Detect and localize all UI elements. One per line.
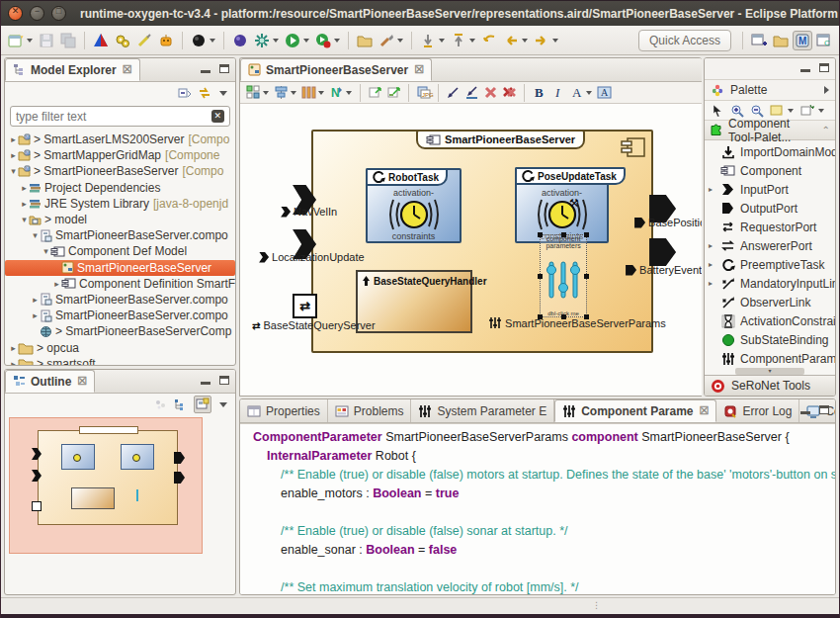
palette-item-substatebinding[interactable]: SubStateBinding	[705, 330, 835, 349]
palette-item-inputport[interactable]: ▸InputPort	[705, 180, 835, 199]
palette-item-activationconstraints[interactable]: ActivationConstraints	[705, 311, 835, 330]
distribute-icon[interactable]	[300, 84, 317, 101]
bottom-tab-problems[interactable]: Problems	[328, 399, 412, 422]
font-color-icon[interactable]: A	[568, 84, 585, 101]
outline-thumbnail[interactable]	[9, 417, 203, 554]
filter-input[interactable]	[16, 110, 211, 124]
view-menu-icon[interactable]	[217, 87, 229, 99]
italic-icon[interactable]: I	[549, 84, 566, 101]
bottom-minimize-icon[interactable]	[800, 411, 810, 414]
robot-tool-button[interactable]	[156, 31, 176, 50]
palette-pin-icon[interactable]: ⌃	[822, 125, 830, 135]
palette-collapse-icon[interactable]	[824, 86, 829, 94]
save-all-button[interactable]	[58, 31, 78, 50]
output-port-batteryevent[interactable]	[649, 238, 676, 266]
next-annotation-button[interactable]	[418, 31, 438, 50]
palette-scroll-indicator[interactable]: ▾	[705, 368, 835, 375]
export-image-icon[interactable]	[385, 84, 402, 101]
expand-arrow-icon[interactable]: ▸	[709, 279, 715, 288]
expand-arrow-icon[interactable]: ▾	[42, 246, 50, 256]
back-button[interactable]	[501, 31, 521, 50]
tree-item[interactable]: ▸> smartsoft	[5, 356, 235, 365]
outline-thumbnail-mode-icon[interactable]	[194, 396, 211, 413]
params-label[interactable]: SmartPioneerBaseServerParams	[489, 316, 666, 329]
build-gears-button[interactable]	[113, 31, 132, 50]
sash-grip[interactable]: ⋮	[592, 600, 602, 610]
naming-icon[interactable]: N	[328, 84, 345, 101]
palette-group-header[interactable]: Component Tool-Palet... ⌃	[705, 121, 835, 140]
maximize-window-button[interactable]: □	[51, 6, 66, 21]
tree-item[interactable]: ▸SmartPioneerBaseServer.compo	[5, 308, 235, 323]
code-generation-button[interactable]	[91, 31, 111, 50]
delete-all-icon[interactable]	[501, 84, 518, 101]
tree-item[interactable]: ▸SmartPioneerBaseServer.compo	[5, 292, 235, 308]
bottom-tab-component-parame[interactable]: Component Parame☒	[554, 399, 716, 422]
bottom-maximize-icon[interactable]	[819, 405, 829, 414]
bottom-tab-properties[interactable]: Properties	[240, 399, 328, 422]
palette-item-componentparameters[interactable]: ComponentParameters	[705, 349, 835, 368]
expand-arrow-icon[interactable]: ▸	[9, 150, 18, 160]
copy-to-image-icon[interactable]: JPG	[415, 84, 432, 101]
expand-arrow-icon[interactable]: ▸	[9, 134, 18, 144]
tree-item[interactable]: > SmartPioneerBaseServerComp	[5, 323, 235, 339]
editor-tab[interactable]: SmartPioneerBaseServer ☒	[240, 58, 432, 81]
forward-dropdown[interactable]	[552, 39, 558, 43]
bottom-tab-system-parameter-e[interactable]: System Parameter E	[411, 399, 554, 422]
back-dropdown[interactable]	[522, 39, 528, 43]
next-annotation-dropdown[interactable]	[439, 39, 445, 43]
outline-tab[interactable]: Outline ☒	[5, 370, 95, 393]
palette-drawer-seronet[interactable]: SeRoNet Tools	[705, 375, 835, 396]
palette-minimize-icon[interactable]	[800, 69, 810, 72]
expand-arrow-icon[interactable]: ▸	[20, 199, 29, 209]
minimize-window-button[interactable]: −	[30, 6, 44, 21]
tree-item[interactable]: ▾SmartPioneerBaseServer.compo	[5, 227, 235, 243]
tree-item[interactable]: ▸JRE System Library[java-8-openjd	[5, 196, 235, 212]
tooling-button[interactable]	[134, 31, 154, 50]
outline-maximize-icon[interactable]	[219, 376, 229, 385]
palette-item-answererport[interactable]: ▸AnswererPort	[705, 236, 835, 255]
tree-item[interactable]: ▸Project Dependencies	[5, 180, 235, 196]
palette-item-requestorport[interactable]: RequestorPort	[705, 218, 835, 236]
outline-filter-icon[interactable]	[154, 397, 168, 411]
close-window-button[interactable]: ✕	[8, 6, 23, 21]
tree-item[interactable]: ▾Component Def Model	[5, 243, 235, 259]
layers-icon[interactable]	[245, 84, 262, 101]
expand-arrow-icon[interactable]: ▾	[9, 166, 18, 176]
expand-arrow-icon[interactable]: ▸	[9, 343, 18, 353]
export-diagram-icon[interactable]	[367, 84, 383, 101]
bottom-tab-error-log[interactable]: Error Log	[716, 399, 799, 422]
expand-arrow-icon[interactable]: ▸	[9, 359, 18, 365]
save-button[interactable]	[37, 31, 56, 50]
select-tool-icon[interactable]	[710, 103, 725, 119]
diagram-canvas[interactable]: SmartPioneerBaseServer	[240, 104, 702, 396]
model-explorer-close-icon[interactable]: ☒	[123, 63, 132, 76]
debug-button[interactable]	[252, 31, 272, 50]
minimize-view-icon[interactable]	[201, 70, 210, 73]
previous-annotation-dropdown[interactable]	[469, 39, 475, 43]
debug-dropdown[interactable]	[273, 39, 279, 43]
external-tools-button[interactable]	[230, 31, 250, 50]
outline-close-icon[interactable]: ☒	[77, 375, 87, 388]
tab-close-icon[interactable]: ☒	[700, 404, 710, 417]
run-external-dropdown[interactable]	[334, 39, 340, 43]
palette-item-observerlink[interactable]: ObserverLink	[705, 293, 835, 311]
expand-arrow-icon[interactable]: ▸	[709, 241, 715, 250]
clear-filter-icon[interactable]: ✕	[211, 110, 225, 123]
bold-icon[interactable]: B	[531, 84, 547, 101]
outline-minimize-icon[interactable]	[201, 382, 210, 385]
collapse-all-icon[interactable]	[178, 86, 192, 100]
model-explorer-tab[interactable]: Model Explorer ☒	[5, 58, 140, 81]
answerer-port-basestatequeryserver[interactable]: ⇄	[293, 294, 317, 318]
palette-maximize-icon[interactable]	[819, 63, 829, 72]
forward-button[interactable]	[532, 31, 551, 50]
tree-item[interactable]: ▾M> SmartPioneerBaseServer[Compo	[5, 163, 235, 179]
expand-arrow-icon[interactable]: ▸	[52, 279, 61, 289]
expand-arrow-icon[interactable]: ▸	[20, 183, 29, 193]
parameter-code-editor[interactable]: ComponentParameter SmartPioneerBaseServe…	[240, 423, 835, 594]
open-perspective-button[interactable]	[749, 31, 769, 50]
search-brush-button[interactable]	[377, 31, 396, 50]
tree-item[interactable]: ▾> model	[5, 212, 235, 227]
align-icon[interactable]	[273, 84, 290, 101]
expand-arrow-icon[interactable]: ▸	[31, 310, 40, 320]
tree-item[interactable]: ▸M> SmartMapperGridMap[Compone	[5, 147, 235, 163]
